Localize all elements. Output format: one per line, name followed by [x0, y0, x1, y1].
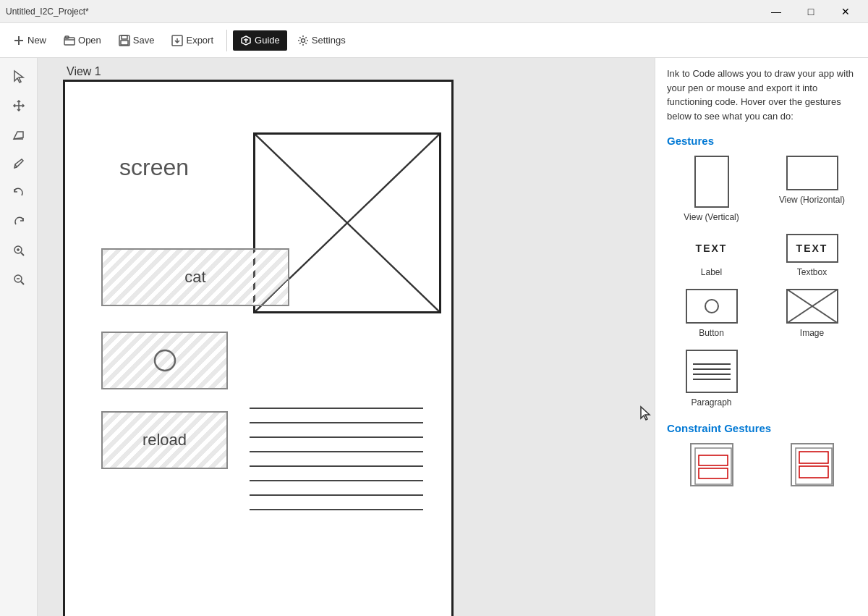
export-icon: [171, 35, 183, 46]
para-line-5: [250, 465, 423, 467]
zoom-out-tool[interactable]: [6, 266, 32, 292]
gesture-view-horizontal[interactable]: View (Horizontal): [767, 156, 856, 222]
svg-rect-28: [699, 468, 728, 478]
para-line-2: [250, 422, 423, 423]
para-line-8: [250, 509, 423, 510]
textbox-gesture-label: Textbox: [797, 267, 827, 277]
svg-line-16: [21, 253, 24, 256]
constraint-item-2[interactable]: [767, 443, 856, 486]
svg-rect-5: [122, 35, 127, 39]
gesture-button[interactable]: Button: [667, 289, 756, 338]
gesture-image[interactable]: Image: [767, 289, 856, 338]
view-vertical-icon: [694, 156, 729, 208]
constraint-item-1[interactable]: [667, 443, 756, 486]
window-controls: — □ ✕: [760, 0, 862, 23]
undo-tool[interactable]: [6, 180, 32, 206]
image-gesture-label: Image: [800, 328, 824, 338]
paragraph-gesture-icon: [686, 350, 738, 393]
button-reload[interactable]: reload: [101, 411, 228, 469]
view-label: View 1: [67, 65, 101, 78]
guide-button[interactable]: Guide: [233, 30, 287, 51]
guide-icon: [240, 35, 252, 46]
title-bar: Untitled_I2C_Project* — □ ✕: [0, 0, 868, 23]
para-line-1: [250, 408, 423, 409]
constraint-grid: [667, 443, 856, 486]
para-line-7: [250, 494, 423, 496]
label-gesture-label: Label: [701, 267, 722, 277]
close-button[interactable]: ✕: [829, 0, 862, 23]
app-title: Untitled_I2C_Project*: [6, 7, 89, 17]
new-button[interactable]: New: [6, 30, 54, 51]
label-icon: TEXT: [686, 234, 738, 263]
pan-tool[interactable]: [6, 93, 32, 119]
right-panel: Ink to Code allows you to draw your app …: [655, 58, 868, 616]
constraint-section-title: Constraint Gestures: [667, 422, 856, 434]
pencil-tool[interactable]: [6, 151, 32, 177]
canvas-area[interactable]: View 1 screen cat: [38, 58, 655, 616]
svg-rect-27: [699, 455, 728, 465]
image-gesture-icon: [786, 289, 838, 324]
button-cat[interactable]: cat: [101, 248, 289, 306]
select-tool[interactable]: [6, 64, 32, 90]
svg-point-23: [705, 300, 718, 313]
save-icon: [119, 35, 130, 46]
button-gesture-icon: [686, 289, 738, 324]
gesture-label[interactable]: TEXT Label: [667, 234, 756, 277]
settings-button[interactable]: Settings: [290, 30, 353, 51]
left-toolbar: [0, 58, 38, 616]
open-button[interactable]: Open: [56, 30, 109, 51]
toolbar-divider: [226, 30, 227, 51]
svg-rect-6: [121, 41, 128, 45]
main-area: View 1 screen cat: [0, 58, 868, 616]
settings-icon: [297, 35, 309, 46]
svg-line-12: [15, 164, 17, 167]
minimize-button[interactable]: —: [760, 0, 793, 23]
textbox-icon: TEXT: [786, 234, 838, 263]
new-icon: [13, 35, 25, 46]
zoom-in-tool[interactable]: [6, 237, 32, 263]
paragraph-gesture-label: Paragraph: [691, 397, 731, 408]
gesture-paragraph[interactable]: Paragraph: [667, 350, 756, 408]
button-circle-icon: [150, 346, 179, 375]
phone-frame: screen cat reload: [63, 80, 454, 616]
cursor: [638, 405, 652, 423]
open-icon: [64, 35, 75, 46]
gesture-view-vertical[interactable]: View (Vertical): [667, 156, 756, 222]
main-toolbar: New Open Save Export Guide: [0, 23, 868, 58]
gestures-grid: View (Vertical) View (Horizontal) TEXT L…: [667, 156, 856, 408]
screen-label: screen: [119, 154, 189, 181]
para-line-6: [250, 480, 423, 481]
button-gesture-label: Button: [699, 328, 724, 338]
svg-rect-30: [799, 452, 828, 463]
gestures-section-title: Gestures: [667, 135, 856, 147]
view-horizontal-icon: [786, 156, 838, 190]
svg-point-22: [155, 350, 175, 371]
svg-line-19: [21, 282, 24, 284]
paragraph-widget: [250, 408, 423, 510]
para-line-3: [250, 436, 423, 438]
view-vertical-label: View (Vertical): [684, 212, 739, 222]
panel-intro: Ink to Code allows you to draw your app …: [667, 67, 856, 123]
eraser-tool[interactable]: [6, 122, 32, 148]
export-button[interactable]: Export: [164, 30, 221, 51]
svg-point-8: [301, 38, 305, 42]
gesture-textbox[interactable]: TEXT Textbox: [767, 234, 856, 277]
maximize-button[interactable]: □: [794, 0, 827, 23]
constraint-icon-2: [791, 443, 834, 486]
redo-tool[interactable]: [6, 208, 32, 235]
constraint-icon-1: [690, 443, 733, 486]
svg-rect-31: [799, 466, 828, 478]
save-button[interactable]: Save: [111, 30, 162, 51]
para-line-4: [250, 451, 423, 452]
button-circle[interactable]: [101, 332, 228, 389]
view-horizontal-label: View (Horizontal): [779, 195, 845, 205]
